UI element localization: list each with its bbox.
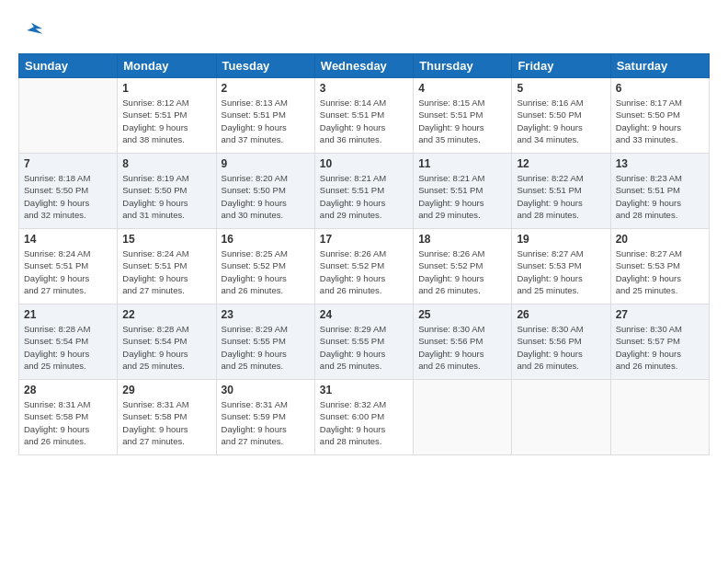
- calendar-cell: 7Sunrise: 8:18 AMSunset: 5:50 PMDaylight…: [19, 154, 118, 229]
- day-number: 2: [222, 82, 310, 95]
- day-number: 17: [320, 233, 408, 246]
- calendar-cell: 24Sunrise: 8:29 AMSunset: 5:55 PMDayligh…: [314, 304, 413, 380]
- calendar-cell: 20Sunrise: 8:27 AMSunset: 5:53 PMDayligh…: [610, 229, 709, 304]
- calendar-cell: 4Sunrise: 8:15 AMSunset: 5:51 PMDaylight…: [414, 78, 512, 154]
- day-number: 14: [24, 233, 112, 246]
- day-info: Sunrise: 8:29 AMSunset: 5:55 PMDaylight:…: [222, 323, 310, 372]
- day-info: Sunrise: 8:31 AMSunset: 5:59 PMDaylight:…: [222, 398, 310, 447]
- calendar-table: SundayMondayTuesdayWednesdayThursdayFrid…: [18, 53, 710, 455]
- logo-icon: [18, 18, 44, 44]
- day-number: 24: [320, 308, 408, 321]
- day-info: Sunrise: 8:27 AMSunset: 5:53 PMDaylight:…: [616, 247, 704, 296]
- calendar-cell: 28Sunrise: 8:31 AMSunset: 5:58 PMDayligh…: [19, 380, 118, 455]
- day-info: Sunrise: 8:25 AMSunset: 5:52 PMDaylight:…: [222, 247, 310, 296]
- day-number: 30: [222, 384, 310, 396]
- day-info: Sunrise: 8:30 AMSunset: 5:56 PMDaylight:…: [517, 323, 605, 372]
- day-info: Sunrise: 8:27 AMSunset: 5:53 PMDaylight:…: [517, 247, 605, 296]
- day-info: Sunrise: 8:24 AMSunset: 5:51 PMDaylight:…: [122, 247, 210, 296]
- day-number: 31: [320, 384, 408, 396]
- day-number: 7: [24, 157, 112, 170]
- day-number: 20: [616, 233, 704, 246]
- day-number: 26: [517, 308, 605, 321]
- day-number: 25: [418, 308, 506, 321]
- calendar-cell: 25Sunrise: 8:30 AMSunset: 5:56 PMDayligh…: [414, 304, 512, 380]
- day-info: Sunrise: 8:12 AMSunset: 5:51 PMDaylight:…: [122, 97, 210, 145]
- day-info: Sunrise: 8:26 AMSunset: 5:52 PMDaylight:…: [418, 247, 506, 296]
- day-number: 11: [418, 157, 506, 170]
- day-info: Sunrise: 8:21 AMSunset: 5:51 PMDaylight:…: [320, 172, 408, 221]
- day-number: 12: [517, 157, 605, 170]
- day-info: Sunrise: 8:29 AMSunset: 5:55 PMDaylight:…: [320, 323, 408, 372]
- calendar-cell: 1Sunrise: 8:12 AMSunset: 5:51 PMDaylight…: [118, 78, 216, 154]
- calendar-cell: 17Sunrise: 8:26 AMSunset: 5:52 PMDayligh…: [314, 229, 413, 304]
- day-number: 29: [122, 384, 210, 396]
- svg-marker-0: [27, 23, 42, 34]
- calendar-week-row: 28Sunrise: 8:31 AMSunset: 5:58 PMDayligh…: [19, 380, 710, 455]
- page-header: [18, 18, 710, 44]
- day-number: 4: [418, 82, 506, 95]
- day-info: Sunrise: 8:13 AMSunset: 5:51 PMDaylight:…: [222, 97, 310, 145]
- calendar-cell: 30Sunrise: 8:31 AMSunset: 5:59 PMDayligh…: [216, 380, 314, 455]
- day-info: Sunrise: 8:16 AMSunset: 5:50 PMDaylight:…: [517, 97, 605, 145]
- day-info: Sunrise: 8:15 AMSunset: 5:51 PMDaylight:…: [418, 97, 506, 145]
- day-info: Sunrise: 8:23 AMSunset: 5:51 PMDaylight:…: [616, 172, 704, 221]
- calendar-week-row: 14Sunrise: 8:24 AMSunset: 5:51 PMDayligh…: [19, 229, 710, 304]
- day-info: Sunrise: 8:24 AMSunset: 5:51 PMDaylight:…: [24, 247, 112, 296]
- day-number: 8: [122, 157, 210, 170]
- calendar-cell: 22Sunrise: 8:28 AMSunset: 5:54 PMDayligh…: [118, 304, 216, 380]
- day-number: 13: [616, 157, 704, 170]
- calendar-week-row: 1Sunrise: 8:12 AMSunset: 5:51 PMDaylight…: [19, 78, 710, 154]
- day-info: Sunrise: 8:17 AMSunset: 5:50 PMDaylight:…: [616, 97, 704, 145]
- day-info: Sunrise: 8:21 AMSunset: 5:51 PMDaylight:…: [418, 172, 506, 221]
- calendar-cell: 6Sunrise: 8:17 AMSunset: 5:50 PMDaylight…: [610, 78, 709, 154]
- day-number: 28: [24, 384, 112, 396]
- day-number: 21: [24, 308, 112, 321]
- calendar-cell: 3Sunrise: 8:14 AMSunset: 5:51 PMDaylight…: [314, 78, 413, 154]
- column-header-sunday: Sunday: [19, 54, 118, 78]
- logo: [18, 18, 48, 44]
- calendar-cell: 21Sunrise: 8:28 AMSunset: 5:54 PMDayligh…: [19, 304, 118, 380]
- day-info: Sunrise: 8:20 AMSunset: 5:50 PMDaylight:…: [222, 172, 310, 221]
- day-info: Sunrise: 8:31 AMSunset: 5:58 PMDaylight:…: [122, 398, 210, 447]
- calendar-cell: 2Sunrise: 8:13 AMSunset: 5:51 PMDaylight…: [216, 78, 314, 154]
- calendar-cell: 14Sunrise: 8:24 AMSunset: 5:51 PMDayligh…: [19, 229, 118, 304]
- column-header-thursday: Thursday: [414, 54, 512, 78]
- day-info: Sunrise: 8:31 AMSunset: 5:58 PMDaylight:…: [24, 398, 112, 447]
- calendar-cell: 9Sunrise: 8:20 AMSunset: 5:50 PMDaylight…: [216, 154, 314, 229]
- calendar-week-row: 21Sunrise: 8:28 AMSunset: 5:54 PMDayligh…: [19, 304, 710, 380]
- day-number: 10: [320, 157, 408, 170]
- day-number: 9: [222, 157, 310, 170]
- day-number: 15: [122, 233, 210, 246]
- calendar-cell: 13Sunrise: 8:23 AMSunset: 5:51 PMDayligh…: [610, 154, 709, 229]
- calendar-cell: 18Sunrise: 8:26 AMSunset: 5:52 PMDayligh…: [414, 229, 512, 304]
- calendar-cell: 16Sunrise: 8:25 AMSunset: 5:52 PMDayligh…: [216, 229, 314, 304]
- calendar-cell: [610, 380, 709, 455]
- day-info: Sunrise: 8:22 AMSunset: 5:51 PMDaylight:…: [517, 172, 605, 221]
- day-info: Sunrise: 8:28 AMSunset: 5:54 PMDaylight:…: [122, 323, 210, 372]
- calendar-cell: 15Sunrise: 8:24 AMSunset: 5:51 PMDayligh…: [118, 229, 216, 304]
- calendar-cell: [512, 380, 610, 455]
- calendar-cell: [19, 78, 118, 154]
- day-info: Sunrise: 8:30 AMSunset: 5:57 PMDaylight:…: [616, 323, 704, 372]
- day-number: 1: [122, 82, 210, 95]
- day-number: 18: [418, 233, 506, 246]
- calendar-cell: 31Sunrise: 8:32 AMSunset: 6:00 PMDayligh…: [314, 380, 413, 455]
- column-header-wednesday: Wednesday: [314, 54, 413, 78]
- column-header-saturday: Saturday: [610, 54, 709, 78]
- day-number: 3: [320, 82, 408, 95]
- calendar-cell: 27Sunrise: 8:30 AMSunset: 5:57 PMDayligh…: [610, 304, 709, 380]
- calendar-cell: 26Sunrise: 8:30 AMSunset: 5:56 PMDayligh…: [512, 304, 610, 380]
- calendar-cell: 23Sunrise: 8:29 AMSunset: 5:55 PMDayligh…: [216, 304, 314, 380]
- column-header-friday: Friday: [512, 54, 610, 78]
- day-number: 27: [616, 308, 704, 321]
- calendar-cell: 12Sunrise: 8:22 AMSunset: 5:51 PMDayligh…: [512, 154, 610, 229]
- calendar-cell: 8Sunrise: 8:19 AMSunset: 5:50 PMDaylight…: [118, 154, 216, 229]
- day-info: Sunrise: 8:30 AMSunset: 5:56 PMDaylight:…: [418, 323, 506, 372]
- calendar-cell: 5Sunrise: 8:16 AMSunset: 5:50 PMDaylight…: [512, 78, 610, 154]
- column-header-tuesday: Tuesday: [216, 54, 314, 78]
- calendar-week-row: 7Sunrise: 8:18 AMSunset: 5:50 PMDaylight…: [19, 154, 710, 229]
- day-number: 23: [222, 308, 310, 321]
- day-number: 5: [517, 82, 605, 95]
- day-info: Sunrise: 8:14 AMSunset: 5:51 PMDaylight:…: [320, 97, 408, 145]
- day-info: Sunrise: 8:28 AMSunset: 5:54 PMDaylight:…: [24, 323, 112, 372]
